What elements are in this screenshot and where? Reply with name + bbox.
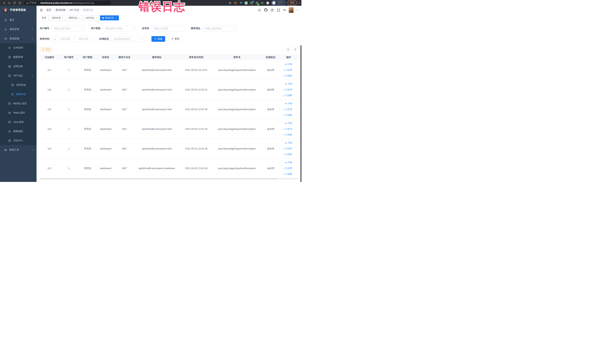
sidebar-item-redis[interactable]: Redis 监控 <box>0 108 36 117</box>
extension-grid-icon[interactable] <box>250 1 253 5</box>
cell-time: 2021-05-03 12:01:45 <box>179 128 213 130</box>
sidebar-item-error-log[interactable]: 错误日志 <box>0 90 36 99</box>
action-ignored-link[interactable]: 已忽略 <box>283 153 292 156</box>
search-icon[interactable] <box>258 9 261 12</box>
breadcrumb-api-log[interactable]: API 日志 <box>70 8 79 12</box>
sidebar-item-file[interactable]: 文件管理 <box>0 43 36 52</box>
extension-list-icon[interactable]: on <box>255 1 259 5</box>
sidebar-item-job[interactable]: 定时任务 <box>0 62 36 71</box>
action-processed-link[interactable]: 已处理 <box>283 108 292 111</box>
calendar-icon <box>54 38 56 40</box>
font-size-icon[interactable]: tT <box>283 9 286 12</box>
horizontal-scrollbar[interactable] <box>40 178 299 179</box>
sidebar-item-tracer[interactable]: 链路追踪 <box>0 127 36 136</box>
tab-home[interactable]: 首页 <box>40 15 48 20</box>
sidebar-item-system[interactable]: 系统管理 <box>0 25 36 34</box>
column-header-app_name: 应用名 <box>97 56 115 59</box>
status-select[interactable] <box>111 36 145 42</box>
breadcrumb-infra[interactable]: 基础设施 <box>55 8 65 12</box>
export-button[interactable]: 导出 <box>40 47 53 52</box>
home-icon[interactable] <box>17 1 22 5</box>
check-icon <box>283 148 285 150</box>
close-icon[interactable]: × <box>62 17 63 19</box>
cell-time: 2021-05-02 21:45:28 <box>179 167 213 170</box>
action-ignored-link[interactable]: 已忽略 <box>283 74 292 77</box>
profile-paused-chip[interactable]: 😃已暂停 <box>271 1 285 5</box>
vertical-scrollbar[interactable] <box>301 46 302 182</box>
extension-gem-icon[interactable] <box>239 1 243 5</box>
user-avatar[interactable] <box>289 7 293 13</box>
cell-url: /api/infra/db-doc/export-markdown <box>134 167 179 170</box>
action-ignored-link[interactable]: 已忽略 <box>283 114 292 117</box>
action-detail-link[interactable]: 详细 <box>285 161 292 164</box>
tab-job-log[interactable]: 调度日志× <box>66 15 82 20</box>
user-id-input[interactable] <box>52 26 84 31</box>
reset-button[interactable]: 重置 <box>169 36 182 42</box>
cell-actions: 详细已处理已忽略 <box>280 102 297 117</box>
sidebar-item-home[interactable]: 首页 <box>0 15 36 25</box>
tab-access-log[interactable]: 访问日志× <box>83 15 99 20</box>
sidebar-item-java[interactable]: Java 监控 <box>0 117 36 127</box>
breadcrumb-home[interactable]: 首页 <box>46 8 51 12</box>
github-icon[interactable] <box>264 8 267 12</box>
action-detail-link[interactable]: 详细 <box>285 102 292 105</box>
extension-leaf-icon[interactable] <box>261 1 264 5</box>
exception-time-range-picker[interactable]: 开始日期 - 结束日期 <box>52 36 93 42</box>
extension-devtools-icon[interactable] <box>234 1 237 5</box>
action-processed-link[interactable]: 已处理 <box>283 127 292 130</box>
tab-error-log[interactable]: 错误日志× <box>100 15 119 20</box>
app-logo[interactable]: 🐰 芋道管理系统 <box>0 6 36 14</box>
tab-job[interactable]: 定时任务× <box>49 15 65 20</box>
table-row: 1151管理员dashboardGET/api/infra/db-doc/exp… <box>40 100 299 119</box>
sidebar-item-infra[interactable]: 基础设施 <box>0 34 36 43</box>
address-bar[interactable]: 不安全 | dashboard.yudao.iocoder.cn/infra/l… <box>24 1 111 5</box>
close-icon[interactable]: × <box>96 17 97 19</box>
help-icon[interactable] <box>271 9 274 12</box>
cell-exception: java.lang.IllegalArgumentException <box>213 128 261 130</box>
user-menu-caret-icon[interactable]: ▼ <box>297 9 298 11</box>
sidebar-item-dev-tools[interactable]: 研发工具 <box>0 145 36 154</box>
sidebar-item-access-log[interactable]: 访问日志 <box>0 80 36 90</box>
fullscreen-icon[interactable] <box>277 9 280 12</box>
sidebar-item-log-center[interactable]: 日志中心 <box>0 136 36 145</box>
back-icon[interactable] <box>2 1 6 5</box>
action-detail-link[interactable]: 详细 <box>285 141 292 144</box>
cell-app_name: dashboard <box>97 167 115 170</box>
edit-icon <box>11 93 14 96</box>
browser-update-button[interactable]: 更新 <box>288 0 297 5</box>
action-processed-link[interactable]: 已处理 <box>283 88 292 91</box>
request-url-input[interactable] <box>203 26 235 31</box>
app-name-input[interactable] <box>152 26 184 31</box>
action-detail-link[interactable]: 详细 <box>285 63 292 66</box>
action-processed-link[interactable]: 已处理 <box>283 167 292 170</box>
extension-green-icon[interactable] <box>244 1 248 5</box>
sidebar-item-config[interactable]: 配置管理 <box>0 52 36 62</box>
sidebar-item-label: API 日志 <box>13 74 23 77</box>
action-ignored-link[interactable]: 已忽略 <box>283 94 292 97</box>
toggle-search-button[interactable] <box>285 47 291 52</box>
sidebar-item-api-log[interactable]: API 日志 <box>0 71 36 80</box>
browser-menu-icon[interactable] <box>299 2 300 4</box>
action-detail-link[interactable]: 详细 <box>285 122 292 125</box>
action-detail-link[interactable]: 详细 <box>285 82 292 85</box>
action-ignored-link[interactable]: 已忽略 <box>283 172 292 176</box>
menu-fold-icon[interactable] <box>40 9 43 12</box>
sidebar-item-label: MySQL 监控 <box>13 102 27 105</box>
reload-icon[interactable] <box>12 1 17 5</box>
forward-icon[interactable] <box>7 1 12 5</box>
search-button[interactable]: 搜索 <box>151 36 165 42</box>
action-ignored-link[interactable]: 已忽略 <box>283 133 292 136</box>
sidebar-item-mysql[interactable]: MySQL 监控 <box>0 99 36 108</box>
cell-exception: java.lang.IllegalArgumentException <box>213 167 261 170</box>
refresh-table-button[interactable] <box>292 47 298 52</box>
user-type-select[interactable] <box>103 26 136 31</box>
close-icon[interactable]: × <box>115 17 116 19</box>
cell-user_id: 1 <box>59 108 79 111</box>
tab-label: 首页 <box>42 16 46 20</box>
action-processed-link[interactable]: 已处理 <box>283 147 292 150</box>
close-icon[interactable]: × <box>79 17 80 19</box>
security-warning-icon[interactable]: 不安全 <box>26 1 36 4</box>
extension-puzzle-icon[interactable] <box>266 1 269 5</box>
action-processed-link[interactable]: 已处理 <box>283 69 292 71</box>
bookmark-star-icon[interactable] <box>228 1 232 5</box>
